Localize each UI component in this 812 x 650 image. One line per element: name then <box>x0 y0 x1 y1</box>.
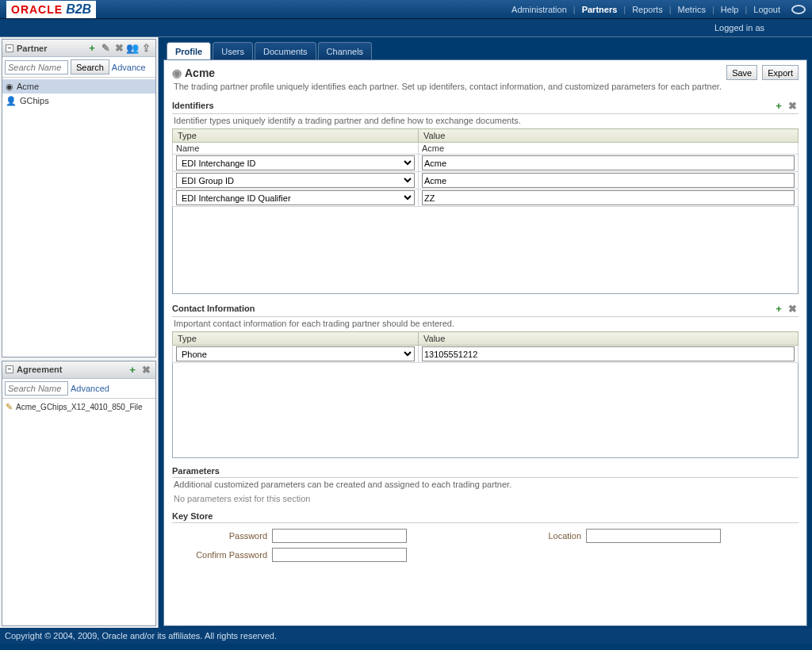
nav-administration[interactable]: Administration <box>507 5 572 14</box>
remote-partner-icon: 👤 <box>6 96 17 106</box>
contact-table: Type Value Phone <box>172 331 799 363</box>
status-oval-icon <box>791 5 806 14</box>
logged-in-label: Logged in as <box>0 19 812 36</box>
partner-search-button[interactable]: Search <box>71 59 109 75</box>
agreement-panel-header: − Agreement + ✖ <box>2 361 155 379</box>
agreement-search-input[interactable] <box>5 381 68 396</box>
keystore-confirm-label: Confirm Password <box>172 550 267 560</box>
contact-heading: Contact Information <box>172 304 255 313</box>
footer-copyright: Copyright © 2004, 2009, Oracle and/or it… <box>0 628 812 644</box>
profile-description: The trading partner profile uniquely ide… <box>174 82 799 91</box>
tab-channels[interactable]: Channels <box>318 42 372 59</box>
identifier-value-input[interactable] <box>422 173 795 188</box>
delete-agreement-icon[interactable]: ✖ <box>140 363 152 376</box>
agreement-item[interactable]: ✎ Acme_GChips_X12_4010_850_File <box>2 400 155 415</box>
add-partner-icon[interactable]: + <box>86 42 98 55</box>
col-value: Value <box>419 332 799 346</box>
collapse-icon[interactable]: − <box>6 44 13 52</box>
keystore-password-input[interactable] <box>272 529 407 543</box>
import-partner-icon[interactable]: ⇪ <box>140 42 152 55</box>
keystore-confirm-input[interactable] <box>272 548 407 562</box>
keystore-heading: Key Store <box>172 511 213 521</box>
brand-logo: ORACLE B2B <box>6 1 96 18</box>
agreement-panel-title: Agreement <box>17 365 62 374</box>
identifier-row: Name Acme <box>173 143 799 155</box>
contact-value-input[interactable] <box>422 346 795 361</box>
tab-profile[interactable]: Profile <box>167 42 211 59</box>
tab-users[interactable]: Users <box>213 42 253 59</box>
delete-contact-icon[interactable]: ✖ <box>786 302 799 315</box>
agreement-doc-icon: ✎ <box>6 402 13 412</box>
parameters-empty-msg: No parameters exist for this section <box>174 494 799 503</box>
identifier-value-input[interactable] <box>422 155 795 170</box>
top-navigation: Administration| Partners| Reports| Metri… <box>507 5 806 14</box>
contact-desc: Important contact information for each t… <box>174 319 799 328</box>
keystore-location-label: Location <box>534 531 581 541</box>
partner-item-label: Acme <box>17 82 39 91</box>
keystore-password-label: Password <box>172 531 267 541</box>
collapse-icon[interactable]: − <box>6 365 13 373</box>
brand-primary: ORACLE <box>11 3 63 16</box>
partner-panel-title: Partner <box>17 44 48 53</box>
partner-tree: ◉ Acme 👤 GChips <box>2 78 155 357</box>
clone-partner-icon[interactable]: 👥 <box>126 42 139 55</box>
page-title: Acme <box>185 67 215 79</box>
nav-partners[interactable]: Partners <box>577 5 622 14</box>
partner-item-gchips[interactable]: 👤 GChips <box>2 94 155 108</box>
agreement-item-label: Acme_GChips_X12_4010_850_File <box>16 403 143 411</box>
nav-reports[interactable]: Reports <box>627 5 668 14</box>
identifiers-table: Type Value Name Acme EDI Interchange ID … <box>172 128 799 207</box>
edit-partner-icon[interactable]: ✎ <box>99 42 112 55</box>
nav-logout[interactable]: Logout <box>749 5 785 14</box>
col-type: Type <box>173 129 419 143</box>
col-type: Type <box>173 332 419 346</box>
partner-item-label: GChips <box>20 96 49 105</box>
identifier-type-select[interactable]: EDI Interchange ID Qualifier <box>176 190 415 205</box>
add-agreement-icon[interactable]: + <box>126 363 139 376</box>
contact-row: Phone <box>173 346 799 363</box>
globe-icon: ◉ <box>172 67 182 79</box>
identifiers-heading: Identifiers <box>172 101 214 110</box>
delete-identifier-icon[interactable]: ✖ <box>786 99 799 112</box>
identifier-row: EDI Group ID <box>173 172 799 189</box>
identifiers-desc: Identifier types uniquely identify a tra… <box>174 116 799 125</box>
col-value: Value <box>419 129 799 143</box>
identifier-type-select[interactable]: EDI Group ID <box>176 173 415 188</box>
agreement-advanced-link[interactable]: Advanced <box>71 384 109 393</box>
partner-advanced-link[interactable]: Advance <box>112 63 146 72</box>
identifiers-empty-area <box>172 207 799 294</box>
tab-documents[interactable]: Documents <box>255 42 316 59</box>
identifier-type-select[interactable]: EDI Interchange ID <box>176 155 415 170</box>
agreement-tree: ✎ Acme_GChips_X12_4010_850_File <box>2 399 155 625</box>
add-contact-icon[interactable]: + <box>772 302 785 315</box>
parameters-desc: Additional customized parameters can be … <box>174 480 799 489</box>
nav-metrics[interactable]: Metrics <box>673 5 710 14</box>
contact-type-select[interactable]: Phone <box>176 346 415 361</box>
parameters-heading: Parameters <box>172 466 220 476</box>
identifier-value: Acme <box>419 143 799 155</box>
identifier-row: EDI Interchange ID Qualifier <box>173 189 799 207</box>
add-identifier-icon[interactable]: + <box>772 99 785 112</box>
delete-partner-icon[interactable]: ✖ <box>113 42 125 55</box>
identifier-value-input[interactable] <box>422 190 795 205</box>
identifier-row: EDI Interchange ID <box>173 155 799 172</box>
nav-help[interactable]: Help <box>716 5 744 14</box>
partner-panel-header: − Partner + ✎ ✖ 👥 ⇪ <box>2 40 155 57</box>
brand-product: B2B <box>66 2 91 17</box>
export-button[interactable]: Export <box>762 65 799 80</box>
host-partner-icon: ◉ <box>6 82 13 92</box>
partner-item-acme[interactable]: ◉ Acme <box>2 79 155 94</box>
identifier-type: Name <box>173 143 419 155</box>
save-button[interactable]: Save <box>726 65 757 80</box>
keystore-location-input[interactable] <box>586 529 721 543</box>
partner-search-input[interactable] <box>5 60 68 75</box>
contact-empty-area <box>172 363 799 458</box>
